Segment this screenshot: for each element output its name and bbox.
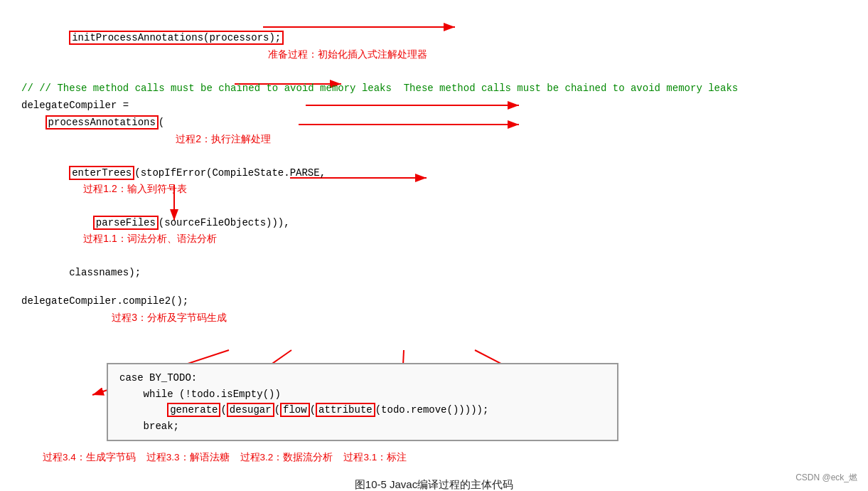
parse-files-boxed: parseFiles (93, 216, 159, 230)
case-block-box: case BY_TODO: while (!todo.isEmpty()) ge… (107, 363, 618, 441)
code-process-ann: processAnnotations( 过程2：执行注解处理 (21, 117, 271, 161)
code-classnames: classnames); (21, 267, 141, 278)
case-line3: generate(desugar(flow(attribute(todo.rem… (119, 402, 606, 418)
attribute-boxed: attribute (316, 403, 375, 417)
label-process34: 过程3.4：生成字节码 (43, 452, 136, 463)
label-process12: 过程1.2：输入到符号表 (83, 183, 186, 194)
generate-boxed: generate (167, 403, 220, 417)
line-delegate: delegateCompiler = (21, 97, 847, 113)
code-compile2: delegateCompiler.compile2(); 过程3：分析及字节码生… (21, 295, 227, 339)
process-ann-boxed: processAnnotations (45, 115, 159, 130)
label-process2: 过程2：执行注解处理 (176, 133, 271, 144)
arrow-space (21, 343, 847, 357)
desugar-boxed: desugar (227, 403, 274, 417)
bottom-labels: 过程3.4：生成字节码 过程3.3：解语法糖 过程3.2：数据流分析 过程3.1… (43, 450, 847, 465)
label-init: 准备过程：初始化插入式注解处理器 (268, 48, 427, 60)
case-line2: while (!todo.isEmpty()) (119, 386, 606, 402)
case-line1: case BY_TODO: (119, 370, 606, 386)
line-comment: // // These method calls must be chained… (21, 80, 847, 96)
label-process11: 过程1.1：词法分析、语法分析 (83, 233, 216, 244)
case-line4: break; (119, 418, 606, 434)
code-comment: // // These method calls must be chained… (21, 83, 392, 94)
label-process32: 过程3.2：数据流分析 (240, 452, 333, 463)
line-process-annotations: processAnnotations( 过程2：执行注解处理 (21, 115, 847, 163)
blank-line (21, 282, 847, 293)
label-process33: 过程3.3：解语法糖 (146, 452, 230, 463)
line-compile2: delegateCompiler.compile2(); 过程3：分析及字节码生… (21, 293, 847, 342)
label-process3: 过程3：分析及字节码生成 (112, 312, 227, 323)
enter-trees-boxed: enterTrees (69, 166, 134, 180)
figure-caption: 图10-5 Javac编译过程的主体代码 (21, 478, 847, 491)
line-enter-trees: enterTrees(stopIfError(CompileState.PARS… (21, 165, 847, 213)
code-comment-text: These method calls must be chained to av… (397, 83, 738, 94)
code-enter-trees: enterTrees(stopIfError(CompileState.PARS… (21, 167, 326, 211)
init-boxed: initProcessAnnotations(processors); (69, 31, 284, 45)
code-area: initProcessAnnotations(processors); 准备过程… (21, 14, 847, 465)
line-parse-files: parseFiles(sourceFileObjects))), 过程1.1：词… (21, 215, 847, 263)
watermark: CSDN @eck_燃 (795, 472, 857, 484)
flow-boxed: flow (280, 403, 310, 417)
main-container: initProcessAnnotations(processors); 准备过程… (0, 0, 868, 491)
code-delegate: delegateCompiler = (21, 100, 129, 111)
code-parse-files: parseFiles(sourceFileObjects))), 过程1.1：词… (21, 217, 290, 261)
code-init-box: initProcessAnnotations(processors); 准备过程… (21, 32, 427, 76)
line-init: initProcessAnnotations(processors); 准备过程… (21, 14, 847, 79)
line-classnames: classnames); (21, 265, 847, 280)
caption-text: 图10-5 Javac编译过程的主体代码 (355, 478, 513, 490)
label-process31: 过程3.1：标注 (343, 452, 407, 463)
